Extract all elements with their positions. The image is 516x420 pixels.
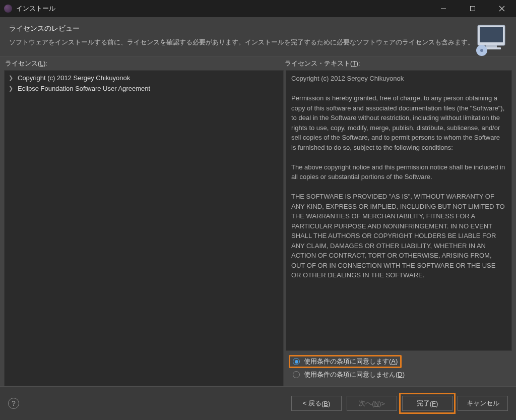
tree-item-label: Copyright (c) 2012 Sergey Chikuyonok [18,74,130,82]
help-button[interactable]: ? [8,398,19,409]
finish-button[interactable]: 完了(F) [402,396,453,411]
svg-rect-1 [471,7,475,11]
column-labels: ライセンス(L): ライセンス・テキスト(T): [0,56,516,70]
banner-title: ライセンスのレビュー [9,24,507,33]
agreement-radio-group: 使用条件の条項に同意します(A) 使用条件の条項に同意しません(D) [286,351,512,386]
accept-radio[interactable]: 使用条件の条項に同意します(A) [289,355,402,368]
eclipse-icon [4,5,12,13]
tree-item-label: Eclipse Foundation Software User Agreeme… [18,85,150,92]
back-button[interactable]: < 戻る(B) [291,396,342,411]
close-button[interactable] [492,1,512,16]
chevron-right-icon: ❯ [9,75,16,81]
decline-label: 使用条件の条項に同意しません(D) [304,370,405,379]
next-button[interactable]: 次へ(N) > [347,396,397,411]
right-pane: Copyright (c) 2012 Sergey Chikuyonok Per… [286,70,512,386]
wizard-banner: ライセンスのレビュー ソフトウェアをインストールする前に、ライセンスを確認する必… [0,17,516,56]
titlebar: インストール [0,0,516,17]
maximize-button[interactable] [463,1,483,16]
accept-label: 使用条件の条項に同意します(A) [304,357,398,366]
minimize-button[interactable] [433,1,454,16]
chevron-right-icon: ❯ [9,85,16,92]
tree-item[interactable]: ❯ Eclipse Foundation Software User Agree… [5,83,283,94]
radio-icon [293,371,300,378]
svg-rect-5 [480,27,503,42]
license-text-area[interactable]: Copyright (c) 2012 Sergey Chikuyonok Per… [286,70,512,351]
tree-item[interactable]: ❯ Copyright (c) 2012 Sergey Chikuyonok [5,73,283,83]
window-controls [433,1,512,16]
licenses-label: ライセンス(L): [5,59,285,68]
svg-point-9 [480,49,483,52]
install-icon [474,24,509,56]
content-row: ❯ Copyright (c) 2012 Sergey Chikuyonok ❯… [0,70,516,386]
window-title: インストール [16,4,55,13]
svg-rect-6 [486,45,497,47]
license-text-label: ライセンス・テキスト(T): [285,59,511,68]
banner-description: ソフトウェアをインストールする前に、ライセンスを確認する必要があります。インスト… [9,38,507,47]
cancel-button[interactable]: キャンセル [458,396,508,411]
bottom-bar: ? < 戻る(B) 次へ(N) > 完了(F) キャンセル [0,386,516,420]
license-tree[interactable]: ❯ Copyright (c) 2012 Sergey Chikuyonok ❯… [4,70,284,386]
decline-radio[interactable]: 使用条件の条項に同意しません(D) [289,368,409,381]
radio-icon [293,358,300,365]
